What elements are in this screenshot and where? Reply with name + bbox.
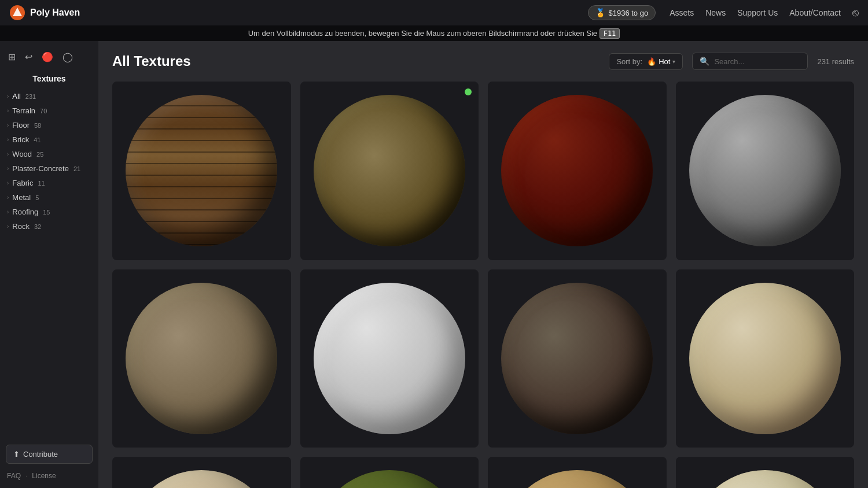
contribute-button[interactable]: ⬆ Contribute xyxy=(6,445,93,464)
texture-card-2[interactable] xyxy=(300,82,479,260)
top-nav: Poly Haven 🏅 $1936 to go Assets News Sup… xyxy=(0,0,868,25)
models-btn[interactable]: ◯ xyxy=(60,49,75,65)
banner-text-before: Um den Vollbildmodus zu beenden, bewegen… xyxy=(248,29,597,38)
search-input[interactable] xyxy=(714,57,800,66)
sidebar-label-wood: Wood xyxy=(12,150,32,158)
sphere-9 xyxy=(126,470,277,488)
chevron-all: › xyxy=(7,93,9,99)
chevron-rock: › xyxy=(7,223,9,230)
texture-grid xyxy=(112,82,854,488)
sidebar: ⊞ ↩ 🔴 ◯ Textures › All 231 › Terrain 70 … xyxy=(0,41,98,488)
sidebar-label-rock: Rock xyxy=(12,222,30,231)
sidebar-count-plaster: 21 xyxy=(73,165,80,172)
page-title: All Textures xyxy=(112,53,599,69)
sphere-12 xyxy=(689,470,841,488)
sidebar-item-fabric[interactable]: › Fabric 11 xyxy=(0,176,98,190)
texture-card-6[interactable] xyxy=(300,269,479,448)
license-link[interactable]: License xyxy=(32,472,56,480)
sphere-11 xyxy=(501,470,653,488)
back-btn[interactable]: ↩ xyxy=(23,49,35,65)
sidebar-count-metal: 5 xyxy=(35,194,39,201)
sidebar-label-metal: Metal xyxy=(12,193,31,202)
sidebar-section-title: Textures xyxy=(0,72,98,89)
sphere-wrapper-4 xyxy=(676,82,855,260)
sidebar-item-all[interactable]: › All 231 xyxy=(0,89,98,103)
sphere-wrapper-10 xyxy=(300,457,479,488)
sidebar-item-rock[interactable]: › Rock 32 xyxy=(0,219,98,234)
sidebar-label-roofing: Roofing xyxy=(12,208,38,216)
contribute-label: Contribute xyxy=(23,450,58,459)
sidebar-count-all: 231 xyxy=(25,93,36,100)
faq-link[interactable]: FAQ xyxy=(7,472,21,480)
chevron-roofing: › xyxy=(7,209,9,215)
green-dot-2 xyxy=(465,88,472,95)
texture-card-12[interactable] xyxy=(676,457,855,488)
nav-about[interactable]: About/Contact xyxy=(789,8,841,17)
login-icon[interactable]: ⎋ xyxy=(852,7,859,19)
logo-text: Poly Haven xyxy=(30,8,80,18)
sort-control[interactable]: Sort by: 🔥 Hot ▾ xyxy=(609,53,683,70)
funding-pill[interactable]: 🏅 $1936 to go xyxy=(588,5,656,20)
sphere-8 xyxy=(689,283,841,434)
logo-area: Poly Haven xyxy=(9,5,80,21)
nav-links: Assets News Support Us About/Contact ⎋ xyxy=(670,7,859,19)
sphere-wrapper-9 xyxy=(112,457,291,488)
sidebar-footer: FAQ · License xyxy=(0,468,98,483)
sphere-3 xyxy=(501,95,653,246)
sphere-5 xyxy=(126,283,277,434)
textures-btn[interactable]: 🔴 xyxy=(39,49,56,65)
texture-card-7[interactable] xyxy=(488,269,667,448)
body-layout: ⊞ ↩ 🔴 ◯ Textures › All 231 › Terrain 70 … xyxy=(0,41,868,488)
main-content: All Textures Sort by: 🔥 Hot ▾ 🔍 231 resu… xyxy=(98,41,868,488)
texture-card-9[interactable] xyxy=(112,457,291,488)
funding-amount: $1936 to go xyxy=(609,9,649,17)
search-icon: 🔍 xyxy=(700,57,709,66)
sidebar-item-floor[interactable]: › Floor 58 xyxy=(0,118,98,132)
sidebar-item-plaster[interactable]: › Plaster-Concrete 21 xyxy=(0,161,98,176)
texture-card-10[interactable] xyxy=(300,457,479,488)
texture-card-5[interactable] xyxy=(112,269,291,448)
sidebar-count-brick: 41 xyxy=(34,136,41,143)
sidebar-item-metal[interactable]: › Metal 5 xyxy=(0,190,98,205)
sidebar-item-brick[interactable]: › Brick 41 xyxy=(0,132,98,147)
sidebar-item-roofing[interactable]: › Roofing 15 xyxy=(0,205,98,219)
f11-key: F11 xyxy=(599,28,620,39)
sphere-4 xyxy=(689,95,841,246)
sphere-wrapper-3 xyxy=(488,82,667,260)
texture-card-8[interactable] xyxy=(676,269,855,448)
sidebar-icons: ⊞ ↩ 🔴 ◯ xyxy=(0,46,98,72)
chevron-wood: › xyxy=(7,151,9,157)
sidebar-item-terrain[interactable]: › Terrain 70 xyxy=(0,103,98,118)
texture-card-11[interactable] xyxy=(488,457,667,488)
poly-haven-logo-icon xyxy=(9,5,25,21)
sphere-wrapper-2 xyxy=(300,82,479,260)
texture-card-4[interactable] xyxy=(676,82,855,260)
nav-support[interactable]: Support Us xyxy=(737,8,778,17)
texture-card-1[interactable] xyxy=(112,82,291,260)
sidebar-label-fabric: Fabric xyxy=(12,179,33,187)
sphere-wrapper-5 xyxy=(112,269,291,448)
chevron-plaster: › xyxy=(7,165,9,172)
nav-news[interactable]: News xyxy=(705,8,726,17)
sphere-7 xyxy=(501,283,653,434)
sort-value: 🔥 Hot ▾ xyxy=(647,57,675,66)
sphere-6 xyxy=(314,283,465,434)
sort-label: Sort by: xyxy=(616,57,642,66)
sphere-wrapper-7 xyxy=(488,269,667,448)
sidebar-count-wood: 25 xyxy=(36,151,43,158)
sphere-2 xyxy=(314,95,465,246)
sidebar-count-terrain: 70 xyxy=(40,108,47,114)
sidebar-item-wood[interactable]: › Wood 25 xyxy=(0,147,98,161)
sidebar-label-brick: Brick xyxy=(12,135,29,144)
nav-assets[interactable]: Assets xyxy=(670,8,694,17)
fullscreen-banner: Um den Vollbildmodus zu beenden, bewegen… xyxy=(0,25,868,41)
fire-icon: 🔥 xyxy=(647,57,656,66)
footer-separator: · xyxy=(25,472,27,480)
texture-card-3[interactable] xyxy=(488,82,667,260)
content-header: All Textures Sort by: 🔥 Hot ▾ 🔍 231 resu… xyxy=(112,53,854,70)
sphere-wrapper-6 xyxy=(300,269,479,448)
sidebar-label-floor: Floor xyxy=(12,121,30,130)
grid-view-btn[interactable]: ⊞ xyxy=(6,49,18,65)
sphere-wrapper-1 xyxy=(112,82,291,260)
sphere-wrapper-12 xyxy=(676,457,855,488)
